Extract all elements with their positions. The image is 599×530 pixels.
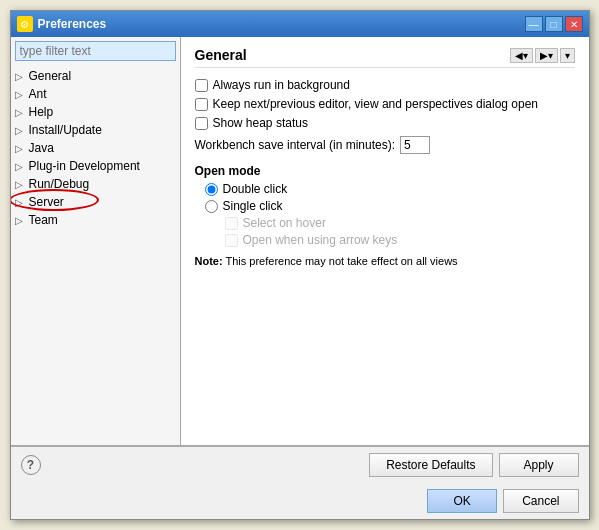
arrow-icon: ▷ bbox=[15, 125, 29, 136]
title-controls: — □ ✕ bbox=[525, 16, 583, 32]
open-arrow-keys-checkbox[interactable] bbox=[225, 234, 238, 247]
radio-double-click: Double click bbox=[205, 182, 575, 196]
nav-back-button[interactable]: ◀▾ bbox=[510, 48, 533, 63]
note-strong: Note: bbox=[195, 255, 223, 267]
window-icon: ⚙ bbox=[17, 16, 33, 32]
radio-group: Double click Single click Select on hove… bbox=[205, 182, 575, 247]
sidebar-item-help[interactable]: ▷ Help bbox=[11, 103, 180, 121]
checkbox-show-heap: Show heap status bbox=[195, 116, 575, 130]
always-run-label: Always run in background bbox=[213, 78, 350, 92]
nav-arrows: ◀▾ ▶▾ ▾ bbox=[510, 48, 575, 63]
sidebar-item-label: Server bbox=[29, 195, 64, 209]
minimize-button[interactable]: — bbox=[525, 16, 543, 32]
arrow-icon: ▷ bbox=[15, 143, 29, 154]
preferences-window: ⚙ Preferences — □ ✕ ▷ General ▷ Ant bbox=[10, 10, 590, 520]
sidebar-item-label: Team bbox=[29, 213, 58, 227]
single-click-label: Single click bbox=[223, 199, 283, 213]
nav-forward-button[interactable]: ▶▾ bbox=[535, 48, 558, 63]
sidebar-item-general[interactable]: ▷ General bbox=[11, 67, 180, 85]
sidebar-item-label: General bbox=[29, 69, 72, 83]
close-button[interactable]: ✕ bbox=[565, 16, 583, 32]
sidebar-item-label: Help bbox=[29, 105, 54, 119]
arrow-icon: ▷ bbox=[15, 215, 29, 226]
open-mode-label: Open mode bbox=[195, 164, 575, 178]
main-area: ▷ General ▷ Ant ▷ Help ▷ Install/Update … bbox=[11, 37, 589, 446]
sidebar-item-label: Java bbox=[29, 141, 54, 155]
workbench-label: Workbench save interval (in minutes): bbox=[195, 138, 396, 152]
arrow-icon: ▷ bbox=[15, 197, 29, 208]
double-click-radio[interactable] bbox=[205, 183, 218, 196]
apply-button[interactable]: Apply bbox=[499, 453, 579, 477]
title-bar: ⚙ Preferences — □ ✕ bbox=[11, 11, 589, 37]
show-heap-checkbox[interactable] bbox=[195, 117, 208, 130]
content-title-text: General bbox=[195, 47, 247, 63]
sidebar-item-server[interactable]: ▷ Server bbox=[11, 193, 180, 211]
content-panel: General ◀▾ ▶▾ ▾ Always run in background… bbox=[181, 37, 589, 445]
radio-single-click: Single click bbox=[205, 199, 575, 213]
single-click-radio[interactable] bbox=[205, 200, 218, 213]
arrow-icon: ▷ bbox=[15, 179, 29, 190]
window-title: Preferences bbox=[38, 17, 107, 31]
sidebar-item-install-update[interactable]: ▷ Install/Update bbox=[11, 121, 180, 139]
workbench-row: Workbench save interval (in minutes): bbox=[195, 136, 575, 154]
open-arrow-keys-label: Open when using arrow keys bbox=[243, 233, 398, 247]
sidebar-item-label: Install/Update bbox=[29, 123, 102, 137]
sidebar-item-label: Ant bbox=[29, 87, 47, 101]
double-click-label: Double click bbox=[223, 182, 288, 196]
workbench-interval-input[interactable] bbox=[400, 136, 430, 154]
tree-container: ▷ General ▷ Ant ▷ Help ▷ Install/Update … bbox=[11, 65, 180, 445]
maximize-button[interactable]: □ bbox=[545, 16, 563, 32]
checkbox-keep-editor: Keep next/previous editor, view and pers… bbox=[195, 97, 575, 111]
checkbox-always-run: Always run in background bbox=[195, 78, 575, 92]
arrow-icon: ▷ bbox=[15, 107, 29, 118]
keep-editor-checkbox[interactable] bbox=[195, 98, 208, 111]
sidebar-item-ant[interactable]: ▷ Ant bbox=[11, 85, 180, 103]
arrow-icon: ▷ bbox=[15, 89, 29, 100]
help-icon[interactable]: ? bbox=[21, 455, 41, 475]
sidebar: ▷ General ▷ Ant ▷ Help ▷ Install/Update … bbox=[11, 37, 181, 445]
cancel-button[interactable]: Cancel bbox=[503, 489, 578, 513]
title-bar-left: ⚙ Preferences bbox=[17, 16, 107, 32]
always-run-checkbox[interactable] bbox=[195, 79, 208, 92]
show-heap-label: Show heap status bbox=[213, 116, 308, 130]
sidebar-item-java[interactable]: ▷ Java bbox=[11, 139, 180, 157]
sidebar-item-label: Plug-in Development bbox=[29, 159, 140, 173]
select-on-hover-label: Select on hover bbox=[243, 216, 326, 230]
content-title: General ◀▾ ▶▾ ▾ bbox=[195, 47, 575, 68]
bottom-bar: ? Restore Defaults Apply bbox=[11, 446, 589, 483]
filter-input[interactable] bbox=[15, 41, 176, 61]
select-on-hover-checkbox[interactable] bbox=[225, 217, 238, 230]
sidebar-item-team[interactable]: ▷ Team bbox=[11, 211, 180, 229]
restore-defaults-button[interactable]: Restore Defaults bbox=[369, 453, 492, 477]
dialog-buttons: OK Cancel bbox=[11, 483, 589, 519]
note-content: This preference may not take effect on a… bbox=[225, 255, 457, 267]
nav-menu-button[interactable]: ▾ bbox=[560, 48, 575, 63]
bottom-right-buttons: Restore Defaults Apply bbox=[369, 453, 578, 477]
arrow-icon: ▷ bbox=[15, 161, 29, 172]
sidebar-item-plug-in-development[interactable]: ▷ Plug-in Development bbox=[11, 157, 180, 175]
ok-button[interactable]: OK bbox=[427, 489, 497, 513]
arrow-icon: ▷ bbox=[15, 71, 29, 82]
sidebar-item-label: Run/Debug bbox=[29, 177, 90, 191]
keep-editor-label: Keep next/previous editor, view and pers… bbox=[213, 97, 539, 111]
radio-select-on-hover: Select on hover bbox=[225, 216, 575, 230]
sidebar-item-run-debug[interactable]: ▷ Run/Debug bbox=[11, 175, 180, 193]
note-text: Note: This preference may not take effec… bbox=[195, 255, 575, 267]
radio-open-arrow-keys: Open when using arrow keys bbox=[225, 233, 575, 247]
